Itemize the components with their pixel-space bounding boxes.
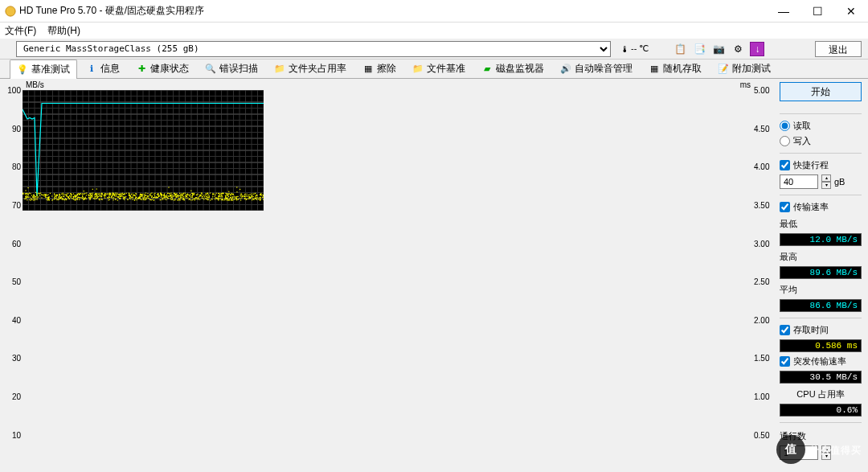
stroke-unit: gB — [834, 177, 845, 187]
tabstrip: 💡基准测试 ℹ信息 ✚健康状态 🔍错误扫描 📁文件夹占用率 ▦擦除 📁文件基准 … — [0, 60, 868, 79]
transfer-rate-checkbox[interactable]: 传输速率 — [780, 201, 862, 213]
y-ticks-left: 100908070605040302010 — [8, 90, 21, 461]
health-icon: ✚ — [136, 64, 147, 75]
content-area: MB/s ms 100908070605040302010 5.004.504.… — [0, 79, 868, 472]
screenshot-icon[interactable]: 📷 — [711, 42, 726, 56]
y-axis-label: MB/s — [26, 80, 44, 89]
tab-label: 基准测试 — [31, 63, 70, 76]
access-value: 0.586 ms — [780, 339, 862, 352]
temperature-display: 🌡 -- ℃ — [620, 43, 649, 54]
app-icon — [5, 6, 16, 17]
tab-label: 随机存取 — [663, 62, 702, 76]
save-icon[interactable]: ↓ — [750, 42, 764, 56]
short-stroke-checkbox[interactable]: 快捷行程 — [780, 159, 862, 171]
short-stroke-input[interactable] — [780, 174, 818, 189]
tab-folder-usage[interactable]: 📁文件夹占用率 — [267, 59, 354, 78]
avg-label: 平均 — [780, 284, 862, 296]
tab-label: 文件基准 — [427, 62, 465, 76]
tab-erase[interactable]: ▦擦除 — [355, 59, 403, 78]
watermark-badge: 值 — [776, 435, 805, 464]
close-button[interactable]: ✕ — [834, 0, 868, 23]
tab-label: 自动噪音管理 — [575, 62, 633, 76]
spin-up[interactable]: ▴ — [821, 174, 831, 182]
tab-label: 文件夹占用率 — [289, 62, 346, 76]
start-button[interactable]: 开始 — [780, 82, 862, 101]
cpu-value: 0.6% — [780, 404, 862, 417]
menu-file[interactable]: 文件(F) — [5, 24, 36, 38]
tab-error-scan[interactable]: 🔍错误扫描 — [198, 59, 265, 78]
watermark-text: 什么值得买 — [809, 444, 862, 458]
tab-label: 健康状态 — [150, 62, 189, 76]
menubar: 文件(F) 帮助(H) — [0, 23, 868, 39]
burst-checkbox[interactable]: 突发传输速率 — [780, 355, 862, 367]
tab-health[interactable]: ✚健康状态 — [129, 59, 196, 78]
thermometer-icon: 🌡 — [620, 44, 629, 54]
cpu-label: CPU 占用率 — [780, 388, 862, 400]
minimize-button[interactable]: — — [767, 0, 800, 23]
max-value: 89.6 MB/s — [780, 266, 862, 279]
speaker-icon: 🔊 — [560, 64, 571, 75]
folder-icon: 📁 — [274, 64, 285, 75]
access-time-checkbox[interactable]: 存取时间 — [780, 324, 862, 336]
tab-label: 信息 — [100, 62, 120, 76]
bulb-icon: 💡 — [17, 64, 28, 76]
read-radio[interactable]: 读取 — [780, 120, 862, 132]
y2-axis-label: ms — [740, 80, 751, 89]
tab-file-benchmark[interactable]: 📁文件基准 — [405, 59, 473, 78]
tab-info[interactable]: ℹ信息 — [79, 59, 127, 78]
erase-icon: ▦ — [362, 64, 374, 75]
window-controls: — ☐ ✕ — [767, 0, 868, 23]
toolbar: Generic MassStorageClass (255 gB) 🌡 -- ℃… — [0, 39, 868, 60]
write-radio[interactable]: 写入 — [780, 135, 862, 147]
max-label: 最高 — [780, 251, 862, 263]
y-ticks-right: 5.004.504.003.503.002.502.001.501.000.50 — [754, 90, 776, 461]
menu-help[interactable]: 帮助(H) — [47, 24, 80, 38]
benchmark-chart — [23, 90, 264, 211]
min-label: 最低 — [780, 218, 862, 230]
tab-label: 磁盘监视器 — [496, 62, 544, 76]
tab-label: 附加测试 — [732, 62, 771, 76]
tab-extra-tests[interactable]: 📝附加测试 — [710, 59, 778, 78]
exit-button[interactable]: 退出 — [815, 41, 862, 57]
window-titlebar: HD Tune Pro 5.70 - 硬盘/固态硬盘实用程序 — ☐ ✕ — [0, 0, 868, 23]
tab-random-access[interactable]: ▦随机存取 — [641, 59, 709, 78]
temperature-value: -- ℃ — [631, 43, 649, 54]
info-icon: ℹ — [86, 64, 97, 75]
file-icon: 📁 — [412, 64, 424, 75]
copy-icon[interactable]: 📋 — [673, 42, 687, 56]
tab-benchmark[interactable]: 💡基准测试 — [10, 60, 77, 79]
random-icon: ▦ — [649, 64, 660, 75]
burst-value: 30.5 MB/s — [780, 371, 862, 384]
avg-value: 86.6 MB/s — [780, 299, 862, 312]
settings-icon[interactable]: ⚙ — [731, 42, 745, 56]
search-icon: 🔍 — [205, 64, 216, 75]
tab-disk-monitor[interactable]: ▰磁盘监视器 — [474, 59, 551, 78]
chart-area: MB/s ms 100908070605040302010 5.004.504.… — [11, 80, 773, 469]
maximize-button[interactable]: ☐ — [800, 0, 834, 23]
svg-point-0 — [6, 6, 15, 15]
min-value: 12.0 MB/s — [780, 233, 862, 246]
tab-label: 擦除 — [377, 62, 396, 76]
side-panel: 开始 读取 写入 快捷行程 ▴▾ gB 传输速率 最低 12.0 MB/s 最高… — [776, 79, 868, 472]
drive-select[interactable]: Generic MassStorageClass (255 gB) — [16, 41, 611, 57]
spin-down[interactable]: ▾ — [821, 182, 831, 189]
copy-all-icon[interactable]: 📑 — [692, 42, 706, 56]
tab-label: 错误扫描 — [219, 62, 258, 76]
tab-aam[interactable]: 🔊自动噪音管理 — [553, 59, 640, 78]
monitor-icon: ▰ — [481, 64, 493, 75]
extra-icon: 📝 — [718, 64, 729, 75]
window-title: HD Tune Pro 5.70 - 硬盘/固态硬盘实用程序 — [19, 4, 767, 18]
